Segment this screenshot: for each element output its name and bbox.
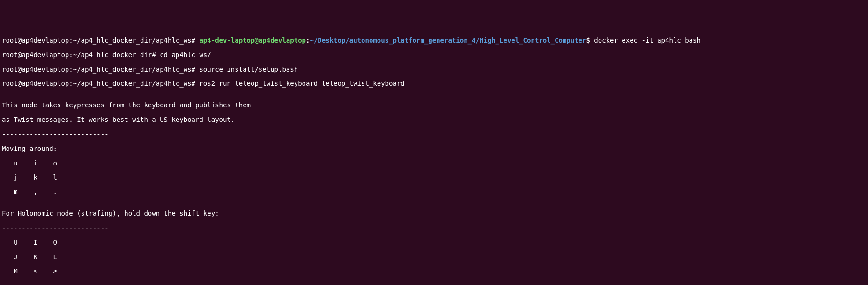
root-prompt-2: root@ap4devlaptop:~/ap4_hlc_docker_dir# [2, 51, 160, 59]
root-prompt-3: root@ap4devlaptop:~/ap4_hlc_docker_dir/a… [2, 66, 199, 73]
prompt-line-3: root@ap4devlaptop:~/ap4_hlc_docker_dir/a… [2, 66, 868, 73]
output-line: m , . [2, 188, 868, 195]
user-host: ap4-dev-laptop@ap4devlaptop [199, 37, 306, 44]
command-4: ros2 run teleop_twist_keyboard teleop_tw… [199, 80, 404, 87]
output-line: This node takes keypresses from the keyb… [2, 102, 868, 109]
dollar-sign: $ [586, 37, 594, 44]
command-2: cd ap4hlc_ws/ [160, 51, 211, 59]
output-line: U I O [2, 239, 868, 246]
root-prompt-4: root@ap4devlaptop:~/ap4_hlc_docker_dir/a… [2, 80, 199, 87]
output-line: j k l [2, 174, 868, 181]
prompt-line-1: root@ap4devlaptop:~/ap4_hlc_docker_dir/a… [2, 37, 868, 44]
output-line: For Holonomic mode (strafing), hold down… [2, 210, 868, 217]
command-1: docker exec -it ap4hlc bash [594, 37, 701, 44]
prompt-line-4: root@ap4devlaptop:~/ap4_hlc_docker_dir/a… [2, 80, 868, 87]
output-line: --------------------------- [2, 225, 868, 232]
output-line: u i o [2, 160, 868, 167]
output-line: Moving around: [2, 145, 868, 152]
output-line: M < > [2, 268, 868, 275]
terminal-output[interactable]: root@ap4devlaptop:~/ap4_hlc_docker_dir/a… [2, 30, 868, 285]
root-prompt-1: root@ap4devlaptop:~/ap4_hlc_docker_dir/a… [2, 37, 199, 44]
output-line: --------------------------- [2, 131, 868, 138]
cwd-path: ~/Desktop/autonomous_platform_generation… [310, 37, 586, 44]
output-line: as Twist messages. It works best with a … [2, 116, 868, 123]
command-3: source install/setup.bash [199, 66, 298, 73]
prompt-line-2: root@ap4devlaptop:~/ap4_hlc_docker_dir# … [2, 52, 868, 59]
output-line: J K L [2, 254, 868, 261]
